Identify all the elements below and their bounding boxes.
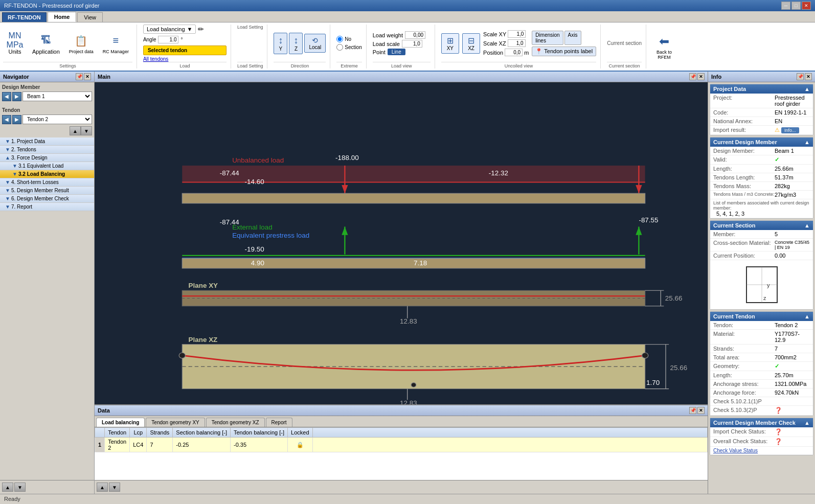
tree-item-3[interactable]: ▲ 3. Force Design	[0, 154, 94, 162]
current-section-collapse[interactable]: ▲	[804, 222, 810, 228]
axis-button[interactable]: Axis	[564, 31, 581, 45]
col-lcp: Lcp	[130, 428, 147, 438]
scale-xz-input[interactable]	[508, 39, 526, 47]
no-radio[interactable]: No	[336, 36, 361, 42]
col-tendon-bal: Tendon balancing [-]	[231, 428, 288, 438]
overall-check-icon: ❓	[775, 438, 782, 445]
current-tendon-collapse[interactable]: ▲	[804, 313, 810, 319]
close-button[interactable]: ✕	[802, 2, 811, 10]
selected-tendon-button[interactable]: Selected tendon	[143, 45, 227, 55]
all-tendons-link[interactable]: All tendons	[143, 56, 227, 62]
design-member-next-button[interactable]: ▶	[12, 92, 21, 101]
data-up-button[interactable]: ▲	[97, 483, 108, 492]
info-panel: Info 📌 ✕ Project Data ▲ Project: Prestre…	[708, 72, 815, 494]
tab-load-balancing[interactable]: Load balancing	[96, 418, 145, 427]
navigator-header-icons[interactable]: 📌 ✕	[76, 73, 91, 80]
tendon-up-button[interactable]: ▲	[70, 126, 81, 135]
main-pin-button[interactable]: 📌	[689, 73, 696, 80]
view-canvas[interactable]: Unbalanced load -188.00 -87.44 -14.60 -1…	[95, 82, 708, 404]
tree-item-2[interactable]: ▼ 2. Tendons	[0, 146, 94, 154]
project-data-button[interactable]: 📋 Project data	[65, 31, 97, 56]
dm-check-collapse[interactable]: ▲	[804, 420, 810, 426]
expand-icon-6: ▼	[4, 179, 11, 185]
info-pin-button[interactable]: 📌	[797, 73, 804, 80]
tree-item-5[interactable]: ▼ 3.2 Load Balancing	[0, 170, 94, 178]
tendon-points-label-button[interactable]: 📍 Tendon points label	[532, 47, 596, 56]
valid-check-icon: ✓	[775, 156, 779, 163]
angle-input[interactable]	[158, 36, 178, 43]
info-link-button[interactable]: Info...	[781, 127, 799, 133]
info-icons[interactable]: 📌 ✕	[797, 73, 812, 80]
scale-xy-input[interactable]	[508, 30, 526, 38]
tree-item-7[interactable]: ▼ 5. Design Member Result	[0, 187, 94, 195]
svg-text:12.83: 12.83	[400, 318, 417, 325]
design-member-collapse[interactable]: ▲	[804, 139, 810, 145]
direction-z-button[interactable]: ↕ Z	[289, 33, 303, 54]
nav-close-button[interactable]: ✕	[84, 73, 91, 80]
tree-item-8[interactable]: ▼ 6. Design Member Check	[0, 195, 94, 203]
col-strands: Strands	[147, 428, 173, 438]
svg-text:Plane XZ: Plane XZ	[189, 336, 218, 343]
tree-item-6[interactable]: ▼ 4. Short-term Losses	[0, 178, 94, 187]
tendon-down-button[interactable]: ▼	[81, 126, 92, 135]
title-text: RF-TENDON - Prestressed roof girder	[4, 3, 99, 9]
main-view-header: Main 📌 ✕	[95, 72, 708, 82]
main-close-button[interactable]: ✕	[697, 73, 705, 80]
rc-manager-button[interactable]: ≡ RC Manager	[99, 31, 132, 56]
tendon-next-button[interactable]: ▶	[12, 115, 21, 124]
check-value-status-row: Check Value Status	[710, 447, 813, 455]
minimize-button[interactable]: ─	[781, 2, 790, 10]
maximize-button[interactable]: □	[791, 2, 801, 10]
xz-button[interactable]: ⊟ XZ	[462, 33, 480, 54]
main-view-icons[interactable]: 📌 ✕	[689, 73, 705, 80]
info-close-button[interactable]: ✕	[805, 73, 812, 80]
geometry-check-icon: ✓	[775, 363, 779, 370]
section-radio[interactable]: Section	[336, 44, 361, 51]
tab-tendon-geometry-xz[interactable]: Tendon geometry XZ	[206, 418, 265, 427]
code-row: Code: EN 1992-1-1	[710, 108, 813, 117]
direction-y-button[interactable]: ↕ Y	[274, 33, 287, 54]
load-view-group-label: Load view	[373, 62, 431, 68]
load-weight-input[interactable]	[405, 31, 425, 39]
tree-item-1[interactable]: ▼ 1. Project Data	[0, 138, 94, 146]
tab-report[interactable]: Report	[266, 418, 292, 427]
direction-local-button[interactable]: ⟲ Local	[304, 34, 326, 53]
tree-item-4[interactable]: ▼ 3.1 Equivalent Load	[0, 162, 94, 170]
load-balancing-dropdown[interactable]: Load balancing ▼	[143, 25, 196, 34]
dim-lines-button[interactable]: Dimensionlines	[532, 31, 563, 45]
data-pin-button[interactable]: 📌	[689, 407, 696, 414]
status-text: Ready	[4, 496, 20, 502]
data-panel-icons[interactable]: 📌 ✕	[689, 407, 705, 414]
units-button[interactable]: MNMPa Units	[3, 30, 27, 57]
tendon-select[interactable]: Tendon 2	[22, 114, 92, 124]
tab-rf-tendon[interactable]: RF-TENDON	[2, 12, 47, 22]
tab-home[interactable]: Home	[48, 12, 77, 22]
data-down-button[interactable]: ▼	[109, 483, 120, 492]
data-close-button[interactable]: ✕	[697, 407, 705, 414]
tab-tendon-geometry-xy[interactable]: Tendon geometry XY	[146, 418, 205, 427]
position-input[interactable]	[505, 49, 523, 56]
design-member-prev-button[interactable]: ◀	[2, 92, 11, 101]
design-member-select[interactable]: Beam 1	[22, 91, 92, 101]
load-scale-input[interactable]	[402, 40, 422, 48]
nav-pin-button[interactable]: 📌	[76, 73, 83, 80]
check-value-status-link[interactable]: Check Value Status	[713, 448, 758, 453]
application-button[interactable]: 🏗 Application	[29, 30, 63, 57]
svg-text:Equivalent prestress load: Equivalent prestress load	[232, 232, 309, 239]
nav-bottom-up[interactable]: ▲	[2, 483, 13, 492]
tendon-prev-button[interactable]: ◀	[2, 115, 11, 124]
line-button[interactable]: Line	[388, 49, 405, 55]
current-tendon-header: Current Tendon ▲	[710, 312, 813, 321]
settings-group-label: Settings	[3, 62, 132, 68]
nav-bottom-down[interactable]: ▼	[14, 483, 26, 492]
project-data-collapse[interactable]: ▲	[804, 86, 810, 92]
edit-icon[interactable]: ✏	[198, 25, 204, 33]
xy-button[interactable]: ⊞ XY	[441, 33, 459, 54]
check2-icon: ❓	[775, 407, 782, 414]
back-to-rfem-button[interactable]: ⬅ Back toRFEM	[652, 31, 676, 62]
window-controls[interactable]: ─ □ ✕	[781, 2, 811, 10]
ct-name-row: Tendon: Tendon 2	[710, 321, 813, 330]
tab-view[interactable]: View	[77, 12, 103, 22]
tree-item-9[interactable]: ▼ 7. Report	[0, 203, 94, 211]
direction-group: ↕ Y ↕ Z ⟲ Local Direction	[269, 25, 330, 68]
